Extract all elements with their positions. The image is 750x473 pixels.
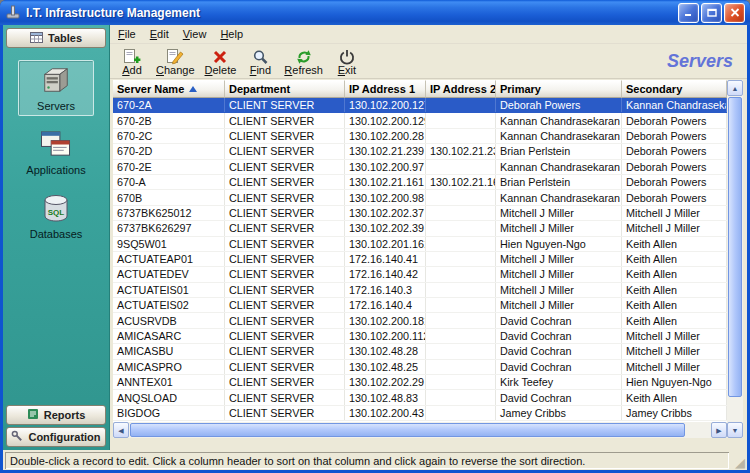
table-cell: AMICASPRO bbox=[113, 360, 225, 374]
sidebar-item-databases[interactable]: SQL Databases bbox=[18, 189, 94, 243]
table-cell bbox=[426, 129, 496, 143]
table-row[interactable]: 6737BK626297CLIENT SERVER130.102.202.39M… bbox=[113, 221, 727, 236]
table-row[interactable]: AMICASBUCLIENT SERVER130.102.48.28David … bbox=[113, 344, 727, 359]
table-row[interactable]: 670-ACLIENT SERVER130.102.21.161130.102.… bbox=[113, 175, 727, 190]
table-cell: Mitchell J Miller bbox=[496, 252, 622, 266]
table-row[interactable]: AMICASARCCLIENT SERVER130.102.200.112Dav… bbox=[113, 329, 727, 344]
table-cell: CLIENT SERVER bbox=[225, 206, 345, 220]
scroll-down-button[interactable]: ▼ bbox=[727, 422, 743, 438]
table-row[interactable]: AMICASPROCLIENT SERVER130.102.48.25David… bbox=[113, 360, 727, 375]
table-cell: CLIENT SERVER bbox=[225, 160, 345, 174]
change-button-label: Change bbox=[156, 65, 195, 76]
minimize-button[interactable] bbox=[678, 3, 699, 23]
table-cell: 130.102.21.238 bbox=[426, 144, 496, 158]
sidebar-item-servers[interactable]: Servers bbox=[18, 60, 94, 116]
table-cell: 130.102.202.39 bbox=[345, 221, 426, 235]
vertical-scrollbar[interactable]: ▲ ▼ bbox=[727, 80, 743, 438]
table-cell: 130.102.202.37 bbox=[345, 206, 426, 220]
table-row[interactable]: BIGDOGCLIENT SERVER130.102.200.43Jamey C… bbox=[113, 406, 727, 421]
table-cell: Jamey Cribbs bbox=[496, 406, 622, 420]
table-row[interactable]: ACTUATEAP01CLIENT SERVER172.16.140.41Mit… bbox=[113, 252, 727, 267]
table-cell bbox=[426, 190, 496, 204]
delete-icon bbox=[212, 48, 228, 65]
find-button[interactable]: Find bbox=[242, 46, 278, 78]
menu-file[interactable]: File bbox=[111, 26, 143, 43]
table-row[interactable]: 670-2ACLIENT SERVER130.102.200.127Debora… bbox=[113, 98, 727, 113]
servers-table: Server Name Department IP Address 1 IP A… bbox=[113, 80, 743, 438]
tables-section-button[interactable]: Tables bbox=[6, 28, 106, 48]
table-cell: 130.102.21.160 bbox=[426, 175, 496, 189]
table-cell: CLIENT SERVER bbox=[225, 252, 345, 266]
configuration-section-button[interactable]: Configuration bbox=[6, 427, 106, 447]
sidebar-item-label: Databases bbox=[30, 228, 83, 240]
table-cell: Deborah Powers bbox=[622, 113, 727, 127]
title-bar[interactable]: I.T. Infrastructure Management bbox=[0, 0, 750, 25]
horizontal-scroll-thumb[interactable] bbox=[130, 423, 685, 437]
table-row[interactable]: 670-2ECLIENT SERVER130.102.200.97Kannan … bbox=[113, 160, 727, 175]
table-cell: Brian Perlstein bbox=[496, 175, 622, 189]
configuration-section-label: Configuration bbox=[28, 431, 100, 443]
table-cell: 670-2C bbox=[113, 129, 225, 143]
scroll-left-button[interactable]: ◀ bbox=[113, 422, 129, 438]
exit-button-label: Exit bbox=[338, 65, 356, 76]
table-row[interactable]: 9SQ5W01CLIENT SERVER130.102.201.161Hien … bbox=[113, 237, 727, 252]
column-header-department[interactable]: Department bbox=[225, 80, 345, 98]
table-row[interactable]: 6737BK625012CLIENT SERVER130.102.202.37M… bbox=[113, 206, 727, 221]
table-cell: 130.102.201.161 bbox=[345, 237, 426, 251]
menu-edit[interactable]: Edit bbox=[143, 26, 176, 43]
sidebar-item-applications[interactable]: Applications bbox=[18, 126, 94, 179]
delete-button[interactable]: Delete bbox=[201, 46, 241, 78]
table-cell: BIGDOG bbox=[113, 406, 225, 420]
add-button[interactable]: Add bbox=[114, 46, 150, 78]
table-row[interactable]: ACTUATEDEVCLIENT SERVER172.16.140.42Mitc… bbox=[113, 267, 727, 282]
menu-help[interactable]: Help bbox=[213, 26, 250, 43]
exit-button[interactable]: Exit bbox=[329, 46, 365, 78]
delete-button-label: Delete bbox=[205, 65, 237, 76]
find-button-label: Find bbox=[250, 65, 271, 76]
reports-section-label: Reports bbox=[44, 409, 86, 421]
table-row[interactable]: 670-2DCLIENT SERVER130.102.21.239130.102… bbox=[113, 144, 727, 159]
resize-grip-icon[interactable]: ◢ bbox=[735, 456, 745, 469]
table-cell: Keith Allen bbox=[622, 283, 727, 297]
menu-view[interactable]: View bbox=[176, 26, 214, 43]
find-icon bbox=[252, 48, 269, 65]
table-row[interactable]: ACTUATEIS01CLIENT SERVER172.16.140.3Mitc… bbox=[113, 283, 727, 298]
table-cell: 670-2E bbox=[113, 160, 225, 174]
scroll-right-button[interactable]: ▶ bbox=[711, 422, 727, 438]
table-cell: Deborah Powers bbox=[622, 160, 727, 174]
table-row[interactable]: 670-2CCLIENT SERVER130.102.200.28Kannan … bbox=[113, 129, 727, 144]
maximize-button[interactable] bbox=[701, 3, 722, 23]
vertical-scroll-thumb[interactable] bbox=[728, 97, 742, 397]
table-row[interactable]: 670BCLIENT SERVER130.102.200.98Kannan Ch… bbox=[113, 190, 727, 205]
main-panel: File Edit View Help Add bbox=[110, 25, 747, 450]
column-header-server-name[interactable]: Server Name bbox=[113, 80, 225, 98]
table-cell: 670-2A bbox=[113, 98, 225, 112]
table-cell: Hien Nguyen-Ngo bbox=[622, 375, 727, 389]
table-cell: 130.102.200.127 bbox=[345, 98, 426, 112]
table-cell: Keith Allen bbox=[622, 390, 727, 404]
status-bar: Double-click a record to edit. Click a c… bbox=[3, 450, 747, 470]
table-row[interactable]: 670-2BCLIENT SERVER130.102.200.129Kannan… bbox=[113, 113, 727, 128]
table-cell: Mitchell J Miller bbox=[622, 206, 727, 220]
scroll-up-button[interactable]: ▲ bbox=[727, 80, 743, 96]
table-row[interactable]: ANQSLOADCLIENT SERVER130.102.48.83David … bbox=[113, 390, 727, 405]
reports-section-button[interactable]: Reports bbox=[6, 405, 106, 425]
column-header-secondary[interactable]: Secondary bbox=[622, 80, 727, 98]
table-cell: 670-2B bbox=[113, 113, 225, 127]
refresh-button[interactable]: Refresh bbox=[280, 46, 327, 78]
column-header-ip-address-1[interactable]: IP Address 1 bbox=[345, 80, 426, 98]
table-row[interactable]: ANNTEX01CLIENT SERVER130.102.202.29Kirk … bbox=[113, 375, 727, 390]
horizontal-scrollbar[interactable]: ◀ ▶ bbox=[113, 422, 727, 438]
table-cell: Kannan Chandrasekaran bbox=[496, 160, 622, 174]
table-cell: Deborah Powers bbox=[496, 98, 622, 112]
column-header-ip-address-2[interactable]: IP Address 2 bbox=[426, 80, 496, 98]
table-row[interactable]: ACTUATEIS02CLIENT SERVER172.16.140.4Mitc… bbox=[113, 298, 727, 313]
table-row[interactable]: ACUSRVDBCLIENT SERVER130.102.200.181Davi… bbox=[113, 313, 727, 328]
change-button[interactable]: Change bbox=[152, 46, 199, 78]
close-button[interactable] bbox=[724, 3, 745, 23]
table-cell: CLIENT SERVER bbox=[225, 298, 345, 312]
refresh-icon bbox=[295, 48, 313, 65]
table-cell: 130.102.200.181 bbox=[345, 313, 426, 327]
configuration-icon bbox=[11, 430, 23, 444]
column-header-primary[interactable]: Primary bbox=[496, 80, 622, 98]
